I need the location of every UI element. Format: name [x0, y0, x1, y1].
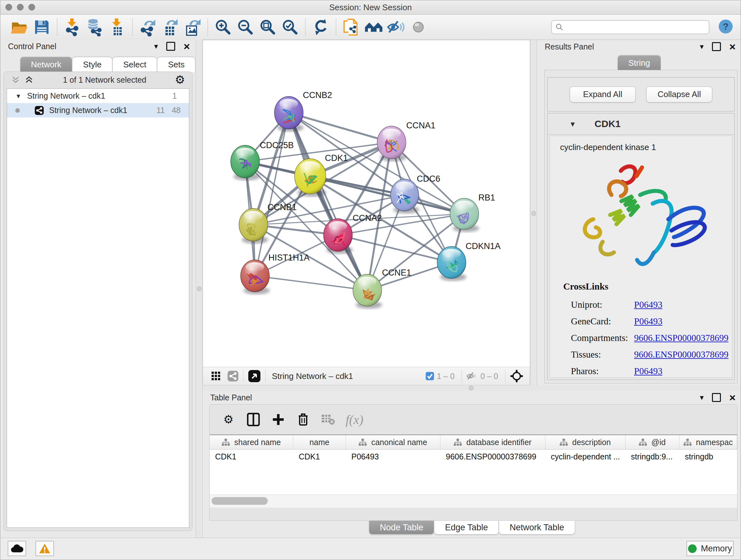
panel-menu-icon[interactable]: ▾	[700, 42, 704, 51]
divider-handle[interactable]	[531, 211, 536, 216]
clone-network-button[interactable]	[342, 17, 361, 37]
zoom-selected-button[interactable]	[280, 17, 300, 37]
table-cell[interactable]: 9606.ENSP00000378699	[441, 449, 545, 463]
table-cell[interactable]: CDK1	[210, 449, 293, 463]
node-CCNA1[interactable]: CCNA1	[377, 121, 435, 161]
network-options-gear-icon[interactable]: ⚙	[175, 74, 185, 85]
crosslink-link[interactable]: 9606.ENSP00000378699	[634, 333, 729, 343]
zoom-fit-button[interactable]	[258, 17, 277, 37]
crosslink-link[interactable]: 9606.ENSP00000378699	[634, 349, 729, 360]
toolbar-search[interactable]	[551, 20, 710, 34]
tab-string[interactable]: String	[617, 55, 661, 71]
node-CCNB2[interactable]: CCNB2	[274, 90, 332, 132]
panel-close-icon[interactable]: ×	[184, 43, 190, 50]
network-view-icon[interactable]	[227, 370, 239, 382]
panel-close-icon[interactable]: ×	[729, 394, 736, 401]
network-collection-row[interactable]: ▾ String Network – cdk1 1	[7, 89, 189, 103]
table-cell[interactable]: CDK1	[293, 449, 346, 463]
cloud-status-button[interactable]	[8, 541, 26, 556]
zoom-in-button[interactable]	[213, 17, 232, 37]
import-database-button[interactable]	[85, 17, 105, 37]
refresh-button[interactable]	[311, 17, 330, 37]
tab-network-table[interactable]: Network Table	[499, 521, 575, 535]
divider-handle[interactable]	[197, 287, 202, 291]
scrollbar-thumb[interactable]	[212, 497, 268, 505]
panel-menu-icon[interactable]: ▾	[154, 42, 158, 51]
column-header-canonical-name[interactable]: canonical name	[346, 435, 441, 449]
network-row-selected[interactable]: String Network – cdk1 11 48	[7, 103, 189, 118]
column-header-shared-name[interactable]: shared name	[210, 435, 293, 449]
node-CDK1[interactable]: CDK1	[294, 153, 348, 197]
shared-column-icon	[222, 439, 230, 446]
warning-status-button[interactable]	[36, 541, 54, 556]
node-HIST1H1A[interactable]: HIST1H1A	[241, 253, 310, 294]
edge-CCNB2-HIST1H1A[interactable]	[255, 113, 289, 276]
tab-select[interactable]: Select	[112, 57, 157, 72]
import-table-button[interactable]	[108, 17, 127, 37]
first-neighbors-button[interactable]	[364, 17, 383, 37]
node-CCNE1[interactable]: CCNE1	[353, 268, 411, 309]
memory-button[interactable]: Memory	[686, 541, 734, 556]
edge-HIST1H1A-CCNE1[interactable]	[255, 276, 367, 290]
panel-menu-icon[interactable]: ▾	[700, 393, 704, 402]
export-network-button[interactable]	[138, 17, 157, 37]
tab-sets[interactable]: Sets	[157, 57, 195, 72]
import-network-button[interactable]	[63, 17, 82, 37]
selected-checkbox-icon[interactable]	[425, 372, 434, 381]
tree-expand-icon[interactable]: ▾	[17, 92, 20, 100]
show-columns-icon[interactable]	[246, 412, 261, 427]
export-table-button[interactable]	[160, 17, 180, 37]
tab-node-table[interactable]: Node Table	[369, 521, 434, 535]
column-header-name[interactable]: name	[293, 435, 346, 449]
edge-CCNB2-CCNA1[interactable]	[289, 113, 392, 142]
table-cell[interactable]: stringdb	[679, 449, 737, 463]
expand-all-button[interactable]: Expand All	[569, 86, 636, 103]
panel-close-icon[interactable]: ×	[729, 43, 736, 50]
search-input[interactable]	[564, 22, 699, 32]
gene-section-header[interactable]: ▾ CDK1	[548, 113, 734, 135]
help-button[interactable]: ?	[718, 18, 734, 36]
hide-selected-button[interactable]	[387, 17, 406, 37]
birdseye-icon[interactable]	[248, 370, 261, 382]
table-cell[interactable]: cyclin-dependent ...	[545, 449, 625, 463]
panel-float-icon[interactable]	[712, 42, 721, 51]
delete-column-icon[interactable]	[296, 412, 311, 427]
column-header-database-identifier[interactable]: database identifier	[441, 435, 545, 449]
collapse-all-icon[interactable]	[10, 75, 21, 84]
divider-handle[interactable]	[469, 386, 474, 390]
add-column-icon[interactable]	[271, 412, 286, 427]
table-row[interactable]: CDK1CDK1P064939606.ENSP00000378699cyclin…	[210, 449, 737, 463]
open-session-button[interactable]	[10, 17, 29, 37]
crosslink-link[interactable]: P06493	[634, 300, 663, 310]
grid-view-icon[interactable]	[211, 371, 221, 381]
panel-float-icon[interactable]	[166, 42, 175, 51]
table-horizontal-scrollbar[interactable]	[210, 495, 737, 508]
zoom-out-button[interactable]	[236, 17, 255, 37]
network-svg[interactable]: CCNB2CCNA1CDC25BCDK1CDC6RB1CCNB1CCNA2CDK…	[203, 40, 530, 367]
edge-CCNB2-CCNE1[interactable]	[289, 113, 367, 290]
node-CDKN1A[interactable]: CDKN1A	[437, 241, 501, 281]
crosslink-link[interactable]: P06493	[634, 316, 663, 327]
crosslink-link[interactable]: P06493	[634, 366, 663, 376]
show-all-button[interactable]	[409, 17, 428, 37]
crosshair-icon[interactable]	[510, 369, 523, 383]
export-image-button[interactable]	[183, 17, 202, 37]
save-session-button[interactable]	[32, 17, 51, 37]
tab-style[interactable]: Style	[72, 57, 112, 72]
column-header-description[interactable]: description	[545, 435, 625, 449]
table-cell[interactable]: stringdb:9...	[625, 449, 679, 463]
panel-float-icon[interactable]	[712, 393, 721, 402]
table-cell[interactable]: P06493	[346, 449, 441, 463]
node-CDC6[interactable]: CDC6	[391, 174, 441, 213]
network-canvas[interactable]: CCNB2CCNA1CDC25BCDK1CDC6RB1CCNB1CCNA2CDK…	[203, 40, 530, 385]
node-label-CCNB1: CCNB1	[267, 202, 297, 212]
column-header--id[interactable]: @id	[625, 435, 679, 449]
node-RB1[interactable]: RB1	[450, 193, 495, 232]
tab-network[interactable]: Network	[20, 57, 72, 72]
gene-collapse-icon[interactable]: ▾	[570, 119, 575, 129]
expand-all-icon[interactable]	[23, 75, 35, 84]
column-header-namespac[interactable]: namespac	[679, 435, 737, 449]
table-options-gear-icon[interactable]: ⚙	[221, 412, 236, 427]
collapse-all-button[interactable]: Collapse All	[646, 86, 712, 103]
tab-edge-table[interactable]: Edge Table	[434, 521, 499, 535]
